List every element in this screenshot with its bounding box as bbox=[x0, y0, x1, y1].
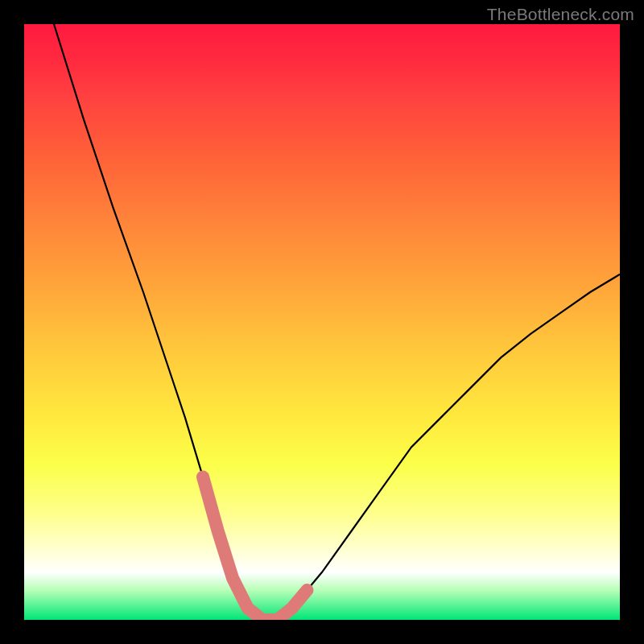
watermark-text: TheBottleneck.com bbox=[487, 5, 634, 24]
curve-layer bbox=[24, 24, 620, 620]
bottleneck-curve-path bbox=[54, 24, 620, 620]
highlight-band-path bbox=[203, 477, 308, 620]
chart-frame: TheBottleneck.com bbox=[0, 0, 644, 644]
plot-area bbox=[24, 24, 620, 620]
